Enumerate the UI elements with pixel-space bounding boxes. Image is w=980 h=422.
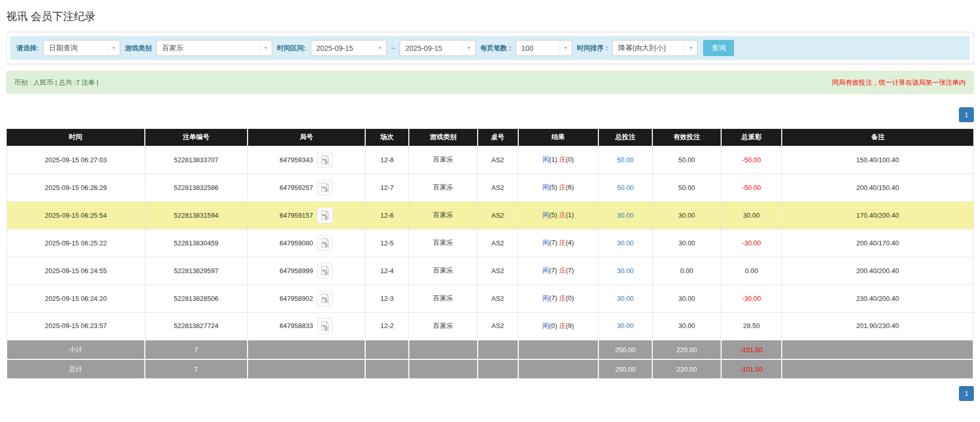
- payout-cell: -30.00: [721, 229, 782, 257]
- total-bet-link[interactable]: 50.00: [617, 184, 634, 191]
- payout-cell: -50.00: [721, 146, 782, 174]
- table-no-cell: AS2: [478, 284, 518, 312]
- player-result-label: 闲: [542, 183, 549, 191]
- video-icon: [321, 321, 330, 331]
- total-bet-cell[interactable]: 30.00: [598, 257, 652, 284]
- game-type-cell: 百家乐: [409, 229, 478, 257]
- round-cell: 647959257: [248, 174, 366, 201]
- banker-result-value: (7): [566, 266, 574, 274]
- column-header: 游戏类别: [409, 129, 478, 146]
- column-header: 注单编号: [145, 129, 247, 146]
- video-button[interactable]: [317, 291, 333, 306]
- round-cell: 647958999: [248, 257, 366, 284]
- video-button[interactable]: [317, 263, 333, 279]
- total-bet-link[interactable]: 30.00: [617, 239, 634, 247]
- session-cell: 12-7: [365, 174, 409, 201]
- round-id: 647958999: [279, 267, 313, 275]
- total-bet-cell[interactable]: 30.00: [598, 284, 652, 312]
- total-bet-link[interactable]: 30.00: [617, 267, 634, 275]
- result-cell: 闲(7) 庄(4): [518, 229, 598, 257]
- time-cell: 2025-09-15 06:25:54: [7, 201, 145, 229]
- select-type-combobox[interactable]: 日期查询 ▼: [43, 40, 120, 56]
- video-button[interactable]: [317, 235, 333, 251]
- payout-cell: 28.50: [721, 312, 782, 340]
- banker-result-label: 庄: [559, 156, 566, 163]
- summary-count-cell: 7: [145, 359, 247, 379]
- session-cell: 12-3: [365, 284, 409, 312]
- time-cell: 2025-09-15 06:24:55: [7, 257, 145, 284]
- date-from-picker[interactable]: 2025-09-15 ▼: [311, 40, 387, 56]
- remark-cell: 200.40/200.40: [782, 257, 973, 284]
- video-button[interactable]: [317, 318, 333, 334]
- video-button[interactable]: [317, 207, 333, 223]
- summary-label-cell: 小计: [7, 340, 145, 359]
- session-cell: 12-8: [365, 146, 409, 174]
- total-bet-cell[interactable]: 30.00: [598, 229, 652, 257]
- round-cell: 647959157: [248, 201, 366, 229]
- total-bet-link[interactable]: 50.00: [617, 156, 634, 164]
- game-type-cell: 百家乐: [409, 174, 478, 201]
- total-bet-cell[interactable]: 30.00: [598, 312, 652, 340]
- page-button[interactable]: 1: [959, 386, 974, 401]
- table-row: 2025-09-15 06:26:29522813832586647959257…: [7, 174, 973, 201]
- chevron-down-icon[interactable]: ▼: [107, 41, 120, 55]
- remark-cell: 201.90/230.40: [782, 312, 973, 340]
- bet-id-cell: 522813827724: [145, 312, 247, 340]
- video-button[interactable]: [317, 152, 333, 168]
- banker-result-label: 庄: [559, 183, 566, 191]
- valid-bet-cell: 30.00: [652, 201, 721, 229]
- column-header: 备注: [782, 129, 973, 146]
- round-cell: 647959343: [248, 146, 366, 174]
- summary-note: 同局有效投注，统一计算在该局第一张注单内: [832, 78, 966, 87]
- banker-result-label: 庄: [559, 239, 566, 246]
- table-row: 2025-09-15 06:24:55522813829597647958999…: [7, 257, 973, 284]
- total-bet-cell[interactable]: 50.00: [598, 174, 652, 201]
- bet-records-table: 时间注单编号局号场次游戏类别桌号结果总投注有效投注总派彩备注 2025-09-1…: [6, 129, 974, 379]
- round-id: 647959080: [279, 239, 313, 247]
- time-cell: 2025-09-15 06:24:20: [7, 284, 145, 312]
- round-cell: 647959080: [248, 229, 366, 257]
- player-result-value: (7): [549, 266, 557, 274]
- player-result-value: (7): [549, 239, 557, 246]
- sort-order-value: 降幂(由大到小): [613, 41, 684, 55]
- valid-bet-cell: 0.00: [652, 257, 721, 284]
- query-button[interactable]: 查询: [703, 40, 734, 56]
- time-cell: 2025-09-15 06:25:22: [7, 229, 145, 257]
- total-bet-link[interactable]: 30.00: [617, 322, 634, 330]
- chevron-down-icon[interactable]: ▼: [259, 41, 272, 55]
- total-bet-cell[interactable]: 30.00: [598, 201, 652, 229]
- select-type-value: 日期查询: [44, 41, 107, 55]
- page-title: 视讯 会员下注纪录: [6, 9, 974, 24]
- page-button[interactable]: 1: [959, 107, 974, 122]
- bet-id-cell: 522813829597: [145, 257, 247, 284]
- total-bet-cell[interactable]: 50.00: [598, 146, 652, 174]
- chevron-down-icon[interactable]: ▼: [684, 41, 697, 55]
- summary-payout-cell: -101.50: [721, 340, 782, 359]
- video-button[interactable]: [317, 180, 333, 196]
- result-cell: 闲(0) 庄(9): [518, 312, 598, 340]
- chevron-down-icon[interactable]: ▼: [559, 41, 572, 55]
- chevron-down-icon[interactable]: ▼: [373, 41, 386, 55]
- sort-order-label: 时间排序 :: [577, 44, 608, 53]
- game-type-value: 百家乐: [157, 41, 259, 55]
- chevron-down-icon[interactable]: ▼: [462, 41, 475, 55]
- column-header: 桌号: [478, 129, 518, 146]
- total-bet-link[interactable]: 30.00: [617, 212, 634, 219]
- date-to-picker[interactable]: 2025-09-15 ▼: [400, 40, 476, 56]
- result-cell: 闲(7) 庄(0): [518, 284, 598, 312]
- remark-cell: 170.40/200.40: [782, 201, 973, 229]
- sort-order-combobox[interactable]: 降幂(由大到小) ▼: [612, 40, 698, 56]
- total-bet-link[interactable]: 30.00: [617, 295, 634, 302]
- video-icon: [321, 265, 330, 276]
- date-to-value: 2025-09-15: [400, 41, 462, 55]
- game-type-combobox[interactable]: 百家乐 ▼: [156, 40, 272, 56]
- round-cell: 647958902: [248, 284, 366, 312]
- player-result-value: (1): [549, 156, 557, 163]
- banker-result-value: (4): [566, 239, 574, 246]
- banker-result-value: (0): [566, 156, 574, 163]
- table-summary-row: 总计7250.00220.00-101.50: [7, 359, 973, 379]
- result-cell: 闲(5) 庄(1): [518, 201, 598, 229]
- result-cell: 闲(5) 庄(6): [518, 174, 598, 201]
- page-size-combobox[interactable]: 100 ▼: [516, 40, 572, 56]
- summary-label-cell: 总计: [7, 359, 145, 379]
